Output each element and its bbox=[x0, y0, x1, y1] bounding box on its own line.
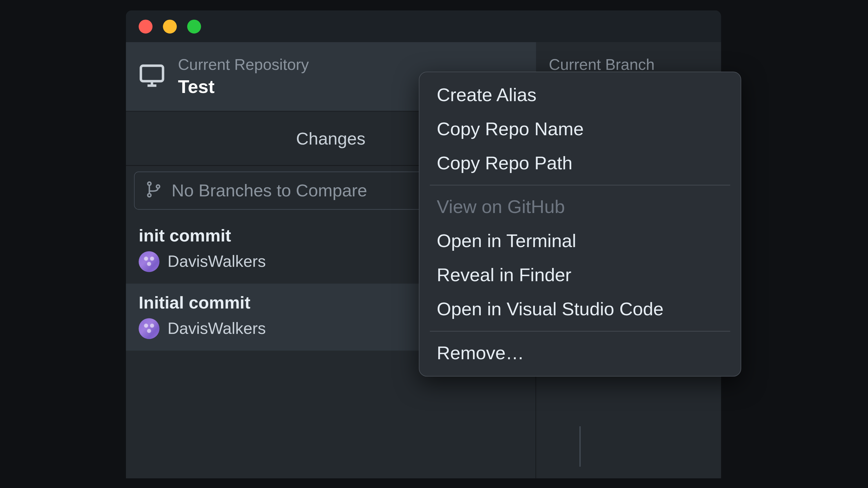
divider bbox=[580, 426, 581, 466]
menu-item-reveal-in-finder[interactable]: Reveal in Finder bbox=[420, 258, 741, 292]
commit-author: DavisWalkers bbox=[168, 320, 266, 338]
svg-rect-0 bbox=[141, 65, 163, 81]
monitor-icon bbox=[138, 62, 165, 91]
menu-separator bbox=[430, 331, 730, 332]
svg-point-5 bbox=[156, 185, 159, 188]
menu-item-open-in-vscode[interactable]: Open in Visual Studio Code bbox=[420, 292, 741, 326]
current-repository-label: Current Repository bbox=[178, 56, 309, 74]
app-window: Current Repository Test Current Branch m… bbox=[126, 10, 721, 478]
avatar bbox=[138, 251, 159, 272]
current-branch-label: Current Branch bbox=[549, 56, 655, 74]
menu-item-copy-repo-name[interactable]: Copy Repo Name bbox=[420, 112, 741, 146]
branch-compare-text: No Branches to Compare bbox=[172, 181, 367, 201]
menu-item-view-on-github: View on GitHub bbox=[420, 190, 741, 224]
titlebar bbox=[126, 10, 721, 42]
commit-author: DavisWalkers bbox=[168, 253, 266, 271]
menu-item-create-alias[interactable]: Create Alias bbox=[420, 78, 741, 112]
git-branch-icon bbox=[145, 181, 163, 201]
menu-separator bbox=[430, 185, 730, 185]
menu-item-copy-repo-path[interactable]: Copy Repo Path bbox=[420, 146, 741, 180]
menu-item-remove[interactable]: Remove… bbox=[420, 336, 741, 370]
svg-point-3 bbox=[148, 182, 151, 185]
repository-context-menu: Create Alias Copy Repo Name Copy Repo Pa… bbox=[419, 71, 741, 377]
avatar bbox=[138, 318, 159, 339]
menu-item-open-in-terminal[interactable]: Open in Terminal bbox=[420, 224, 741, 258]
current-repository-value: Test bbox=[178, 76, 309, 97]
close-window-button[interactable] bbox=[138, 20, 152, 33]
tab-changes[interactable]: Changes bbox=[273, 128, 389, 148]
minimize-window-button[interactable] bbox=[163, 20, 177, 33]
svg-point-4 bbox=[148, 194, 151, 197]
maximize-window-button[interactable] bbox=[187, 20, 201, 33]
